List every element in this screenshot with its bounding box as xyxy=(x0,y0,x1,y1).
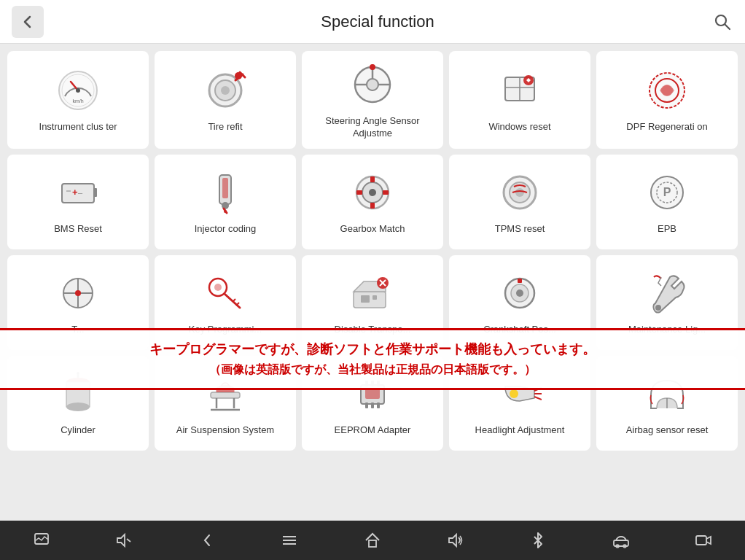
svg-point-5 xyxy=(76,88,80,93)
svg-rect-61 xyxy=(372,295,377,300)
overlay-line2: （画像は英語版ですが、当社製品は正規品の日本語版です。） xyxy=(15,362,730,378)
bms-reset-icon: + – xyxy=(55,169,101,216)
svg-rect-42 xyxy=(383,190,389,195)
back-button[interactable] xyxy=(12,6,44,38)
svg-point-52 xyxy=(75,290,81,296)
svg-point-12 xyxy=(235,72,242,79)
card-label: Instrument clus ter xyxy=(39,121,117,133)
svg-point-87 xyxy=(510,389,518,398)
svg-rect-68 xyxy=(518,279,522,283)
card-tire-refit[interactable]: Tire refit xyxy=(155,51,296,149)
header: Special function xyxy=(0,0,745,44)
svg-line-1 xyxy=(725,24,730,29)
svg-point-45 xyxy=(515,188,524,197)
card-label: Cylinder xyxy=(61,424,95,437)
card-label: EEPROM Adapter xyxy=(335,424,411,437)
card-label: Tire refit xyxy=(208,121,242,133)
card-label: Injector coding xyxy=(195,223,257,236)
svg-rect-84 xyxy=(371,402,374,408)
nav-menu[interactable] xyxy=(272,526,307,555)
svg-point-9 xyxy=(221,86,230,95)
function-grid: km/h Instrument clus ter Tire refit xyxy=(7,51,738,451)
card-label: EPB xyxy=(658,223,676,236)
svg-line-57 xyxy=(236,303,239,306)
maintenance-icon xyxy=(644,270,690,316)
svg-point-54 xyxy=(214,284,222,291)
overlay-line1: キープログラマーですが、診断ソフトと作業サポート機能も入っています。 xyxy=(15,341,730,358)
svg-rect-32 xyxy=(222,178,228,198)
svg-point-67 xyxy=(516,289,523,297)
card-epb[interactable]: P EPB xyxy=(596,155,738,249)
search-button[interactable] xyxy=(711,11,733,33)
svg-marker-93 xyxy=(117,534,125,546)
nav-volume-down[interactable] xyxy=(106,526,141,555)
svg-marker-99 xyxy=(449,534,456,546)
svg-line-56 xyxy=(233,299,235,302)
svg-text:km/h: km/h xyxy=(72,98,83,104)
card-tpms-reset[interactable]: TPMS reset xyxy=(449,155,590,249)
svg-rect-39 xyxy=(370,176,375,182)
card-label: Windows reset xyxy=(488,121,550,133)
windows-reset-icon xyxy=(496,67,543,114)
main-content: km/h Instrument clus ter Tire refit xyxy=(0,44,745,521)
bottom-navigation xyxy=(0,521,745,560)
card-label: Gearbox Match xyxy=(340,223,405,236)
svg-point-69 xyxy=(655,305,661,311)
svg-point-72 xyxy=(66,402,90,411)
svg-point-33 xyxy=(222,202,229,209)
card-label: Airbag sensor reset xyxy=(626,424,709,437)
card-dpf[interactable]: DPF Regenerati on xyxy=(596,51,738,149)
card-injector-coding[interactable]: Injector coding xyxy=(155,155,296,249)
epb-icon: P xyxy=(644,169,690,216)
nav-gallery[interactable] xyxy=(24,526,59,555)
svg-point-18 xyxy=(370,64,375,70)
svg-point-14 xyxy=(367,79,378,90)
card-steering-angle[interactable]: Steering Angle Sensor Adjustme xyxy=(302,51,443,149)
card-label: Air Suspension System xyxy=(176,424,274,437)
steering-angle-icon xyxy=(349,61,396,108)
key-programming-icon xyxy=(202,270,249,316)
svg-point-35 xyxy=(224,210,227,213)
svg-point-38 xyxy=(369,189,376,196)
card-label: BMS Reset xyxy=(54,223,102,236)
crankshaft-icon xyxy=(496,270,543,316)
instrument-cluster-icon: km/h xyxy=(55,67,101,114)
svg-rect-103 xyxy=(696,536,706,545)
svg-rect-27 xyxy=(94,188,97,197)
card-label: DPF Regenerati on xyxy=(626,121,707,133)
svg-text:–: – xyxy=(78,188,83,197)
disable-transponder-icon xyxy=(349,270,396,316)
card-label: TPMS reset xyxy=(495,223,545,236)
svg-line-90 xyxy=(534,397,542,400)
nav-home[interactable] xyxy=(355,526,390,555)
svg-rect-98 xyxy=(369,540,376,547)
gearbox-match-icon xyxy=(349,169,396,216)
card-label: Headlight Adjustment xyxy=(475,424,565,437)
svg-rect-60 xyxy=(361,295,370,303)
nav-bluetooth[interactable] xyxy=(520,526,555,555)
svg-text:+: + xyxy=(72,187,78,198)
svg-line-55 xyxy=(225,294,240,308)
search-icon xyxy=(713,12,732,31)
svg-text:P: P xyxy=(663,186,671,198)
card-gearbox-match[interactable]: Gearbox Match xyxy=(302,155,443,249)
injector-coding-icon xyxy=(202,169,249,216)
svg-rect-83 xyxy=(365,402,368,408)
card-label: Steering Angle Sensor Adjustme xyxy=(308,115,437,140)
nav-back[interactable] xyxy=(190,526,225,555)
card-windows-reset[interactable]: Windows reset xyxy=(449,51,590,149)
svg-rect-41 xyxy=(356,190,362,195)
nav-video[interactable] xyxy=(686,526,721,555)
page-title: Special function xyxy=(321,12,434,31)
svg-rect-86 xyxy=(365,389,380,399)
tpms-reset-icon xyxy=(496,169,543,216)
throttle-icon xyxy=(55,270,101,316)
svg-line-94 xyxy=(127,539,130,542)
card-instrument-cluster[interactable]: km/h Instrument clus ter xyxy=(7,51,149,149)
overlay-banner: キープログラマーですが、診断ソフトと作業サポート機能も入っています。 （画像は英… xyxy=(0,328,745,390)
card-bms-reset[interactable]: + – BMS Reset xyxy=(7,155,149,249)
svg-rect-85 xyxy=(377,402,380,408)
nav-car[interactable] xyxy=(604,526,639,555)
nav-volume-up[interactable] xyxy=(438,526,473,555)
svg-rect-40 xyxy=(370,203,375,209)
